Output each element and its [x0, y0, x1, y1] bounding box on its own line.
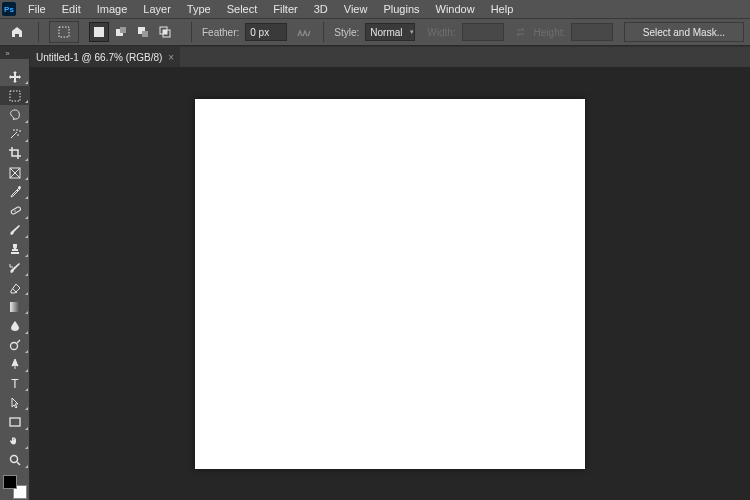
- foreground-color[interactable]: [3, 475, 17, 489]
- bandaid-icon: [8, 204, 22, 218]
- style-label: Style:: [334, 27, 359, 38]
- object-select-tool[interactable]: [0, 125, 30, 144]
- menu-edit[interactable]: Edit: [54, 1, 89, 17]
- menu-filter[interactable]: Filter: [265, 1, 305, 17]
- selection-new[interactable]: [89, 22, 109, 42]
- menu-plugins[interactable]: Plugins: [375, 1, 427, 17]
- style-value: Normal: [370, 27, 402, 38]
- height-input: [571, 23, 613, 41]
- svg-rect-3: [120, 27, 126, 33]
- close-tab-icon[interactable]: ×: [168, 52, 174, 63]
- dodge-tool[interactable]: [0, 336, 30, 355]
- selection-intersect[interactable]: [155, 22, 175, 42]
- style-select[interactable]: Normal▾: [365, 23, 415, 41]
- feather-input[interactable]: [245, 23, 287, 41]
- svg-point-15: [11, 343, 18, 350]
- marquee-icon: [8, 89, 22, 103]
- divider: [323, 22, 324, 42]
- gradient-tool[interactable]: [0, 297, 30, 316]
- height-label: Height:: [534, 27, 566, 38]
- svg-point-11: [18, 186, 21, 189]
- document-tab[interactable]: Untitled-1 @ 66.7% (RGB/8) ×: [30, 47, 180, 67]
- crop-icon: [8, 146, 22, 160]
- type-icon: T: [8, 377, 22, 391]
- menu-layer[interactable]: Layer: [135, 1, 179, 17]
- zoom-tool[interactable]: [0, 451, 30, 470]
- svg-rect-8: [163, 30, 167, 34]
- svg-rect-9: [10, 91, 20, 101]
- menu-bar: Ps FileEditImageLayerTypeSelectFilter3DV…: [0, 0, 750, 18]
- frame-tool[interactable]: [0, 163, 30, 182]
- type-tool[interactable]: T: [0, 374, 30, 393]
- menu-type[interactable]: Type: [179, 1, 219, 17]
- lasso-tool[interactable]: [0, 105, 30, 124]
- svg-rect-14: [10, 302, 20, 312]
- selection-mode-group: [89, 22, 175, 42]
- marquee-tool[interactable]: [0, 86, 30, 105]
- pathsel-icon: [8, 396, 22, 410]
- swap-dimensions: [512, 23, 530, 41]
- toolbox: T: [0, 59, 30, 500]
- antialias-toggle[interactable]: [295, 23, 313, 41]
- gradient-icon: [8, 300, 22, 314]
- menu-image[interactable]: Image: [89, 1, 136, 17]
- canvas-area: [30, 67, 750, 500]
- menu-3d[interactable]: 3D: [306, 1, 336, 17]
- pen-icon: [8, 357, 22, 371]
- zoom-icon: [8, 453, 22, 467]
- menu-file[interactable]: File: [20, 1, 54, 17]
- eraser-icon: [8, 281, 22, 295]
- document-tab-title: Untitled-1 @ 66.7% (RGB/8): [36, 52, 162, 63]
- svg-text:T: T: [11, 377, 19, 391]
- stamp-icon: [8, 242, 22, 256]
- histbrush-icon: [8, 261, 22, 275]
- svg-rect-17: [10, 418, 20, 426]
- droplet-icon: [8, 319, 22, 333]
- move-tool[interactable]: [0, 67, 30, 86]
- rect-icon: [8, 415, 22, 429]
- svg-rect-12: [11, 206, 22, 214]
- blur-tool[interactable]: [0, 316, 30, 335]
- selection-add[interactable]: [111, 22, 131, 42]
- brush-icon: [8, 223, 22, 237]
- menu-select[interactable]: Select: [219, 1, 266, 17]
- document-tab-bar: Untitled-1 @ 66.7% (RGB/8) ×: [30, 47, 750, 67]
- history-brush-tool[interactable]: [0, 259, 30, 278]
- color-swatches[interactable]: [0, 470, 30, 500]
- divider: [191, 22, 192, 42]
- menu-view[interactable]: View: [336, 1, 376, 17]
- pen-tool[interactable]: [0, 355, 30, 374]
- stamp-tool[interactable]: [0, 240, 30, 259]
- hand-icon: [8, 434, 22, 448]
- svg-point-18: [11, 456, 18, 463]
- svg-rect-0: [59, 27, 69, 37]
- healing-tool[interactable]: [0, 201, 30, 220]
- home-button[interactable]: [6, 21, 28, 43]
- toolbox-collapse[interactable]: ››: [0, 47, 14, 59]
- eyedrop-icon: [8, 185, 22, 199]
- menu-help[interactable]: Help: [483, 1, 522, 17]
- crop-tool[interactable]: [0, 144, 30, 163]
- tool-preset-picker[interactable]: [49, 21, 79, 43]
- dodge-icon: [8, 338, 22, 352]
- rectangle-tool[interactable]: [0, 412, 30, 431]
- brush-tool[interactable]: [0, 221, 30, 240]
- eyedropper-tool[interactable]: [0, 182, 30, 201]
- hand-tool[interactable]: [0, 432, 30, 451]
- canvas[interactable]: [195, 99, 585, 469]
- select-and-mask-button[interactable]: Select and Mask...: [624, 22, 744, 42]
- wand-icon: [8, 127, 22, 141]
- path-select-tool[interactable]: [0, 393, 30, 412]
- width-label: Width:: [427, 27, 455, 38]
- menu-window[interactable]: Window: [428, 1, 483, 17]
- app-logo: Ps: [2, 2, 16, 16]
- move-icon: [8, 70, 22, 84]
- eraser-tool[interactable]: [0, 278, 30, 297]
- options-bar: Feather: Style: Normal▾ Width: Height: S…: [0, 18, 750, 46]
- svg-point-13: [14, 210, 15, 211]
- svg-rect-5: [142, 31, 148, 37]
- width-input: [462, 23, 504, 41]
- selection-subtract[interactable]: [133, 22, 153, 42]
- lasso-icon: [8, 108, 22, 122]
- frame-icon: [8, 166, 22, 180]
